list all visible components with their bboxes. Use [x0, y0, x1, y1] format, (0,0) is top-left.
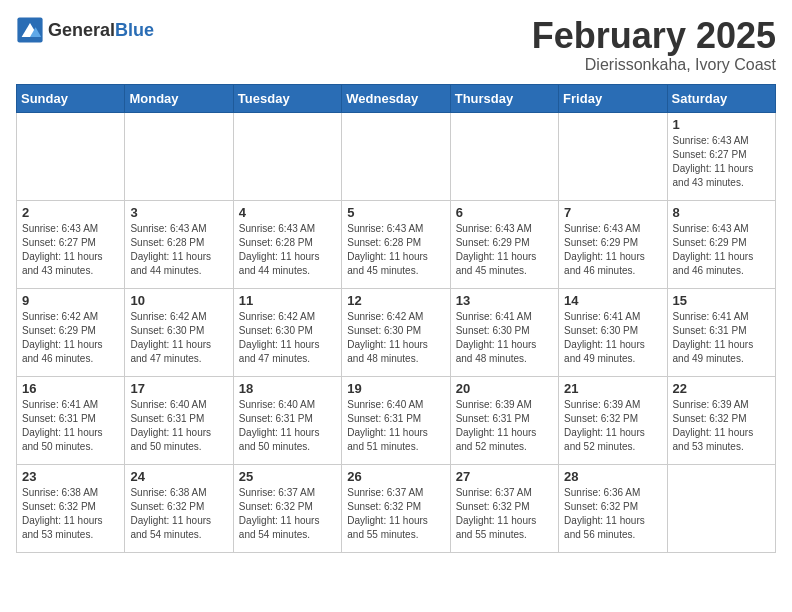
day-info: Sunrise: 6:41 AM Sunset: 6:31 PM Dayligh…	[22, 398, 119, 454]
day-number: 27	[456, 469, 553, 484]
day-info: Sunrise: 6:43 AM Sunset: 6:28 PM Dayligh…	[347, 222, 444, 278]
title-area: February 2025 Dierissonkaha, Ivory Coast	[532, 16, 776, 74]
day-info: Sunrise: 6:42 AM Sunset: 6:30 PM Dayligh…	[130, 310, 227, 366]
day-number: 22	[673, 381, 770, 396]
calendar-cell	[233, 112, 341, 200]
logo: General Blue	[16, 16, 154, 44]
day-info: Sunrise: 6:41 AM Sunset: 6:30 PM Dayligh…	[456, 310, 553, 366]
calendar-cell: 27Sunrise: 6:37 AM Sunset: 6:32 PM Dayli…	[450, 464, 558, 552]
day-info: Sunrise: 6:39 AM Sunset: 6:31 PM Dayligh…	[456, 398, 553, 454]
calendar-cell	[450, 112, 558, 200]
weekday-header-sunday: Sunday	[17, 84, 125, 112]
calendar-cell: 28Sunrise: 6:36 AM Sunset: 6:32 PM Dayli…	[559, 464, 667, 552]
calendar-cell: 14Sunrise: 6:41 AM Sunset: 6:30 PM Dayli…	[559, 288, 667, 376]
calendar-cell: 13Sunrise: 6:41 AM Sunset: 6:30 PM Dayli…	[450, 288, 558, 376]
day-number: 2	[22, 205, 119, 220]
weekday-header-saturday: Saturday	[667, 84, 775, 112]
calendar-cell: 11Sunrise: 6:42 AM Sunset: 6:30 PM Dayli…	[233, 288, 341, 376]
day-number: 20	[456, 381, 553, 396]
calendar-cell: 23Sunrise: 6:38 AM Sunset: 6:32 PM Dayli…	[17, 464, 125, 552]
day-info: Sunrise: 6:41 AM Sunset: 6:31 PM Dayligh…	[673, 310, 770, 366]
week-row-2: 9Sunrise: 6:42 AM Sunset: 6:29 PM Daylig…	[17, 288, 776, 376]
day-number: 1	[673, 117, 770, 132]
day-info: Sunrise: 6:38 AM Sunset: 6:32 PM Dayligh…	[22, 486, 119, 542]
calendar-cell: 4Sunrise: 6:43 AM Sunset: 6:28 PM Daylig…	[233, 200, 341, 288]
day-number: 6	[456, 205, 553, 220]
day-number: 21	[564, 381, 661, 396]
page-header: General Blue February 2025 Dierissonkaha…	[16, 16, 776, 74]
weekday-header-tuesday: Tuesday	[233, 84, 341, 112]
day-number: 8	[673, 205, 770, 220]
calendar-cell: 2Sunrise: 6:43 AM Sunset: 6:27 PM Daylig…	[17, 200, 125, 288]
calendar-cell: 12Sunrise: 6:42 AM Sunset: 6:30 PM Dayli…	[342, 288, 450, 376]
calendar-cell: 22Sunrise: 6:39 AM Sunset: 6:32 PM Dayli…	[667, 376, 775, 464]
calendar-table: SundayMondayTuesdayWednesdayThursdayFrid…	[16, 84, 776, 553]
week-row-0: 1Sunrise: 6:43 AM Sunset: 6:27 PM Daylig…	[17, 112, 776, 200]
calendar-cell: 26Sunrise: 6:37 AM Sunset: 6:32 PM Dayli…	[342, 464, 450, 552]
day-info: Sunrise: 6:38 AM Sunset: 6:32 PM Dayligh…	[130, 486, 227, 542]
calendar-cell: 10Sunrise: 6:42 AM Sunset: 6:30 PM Dayli…	[125, 288, 233, 376]
calendar-cell: 17Sunrise: 6:40 AM Sunset: 6:31 PM Dayli…	[125, 376, 233, 464]
calendar-cell: 25Sunrise: 6:37 AM Sunset: 6:32 PM Dayli…	[233, 464, 341, 552]
calendar-cell: 16Sunrise: 6:41 AM Sunset: 6:31 PM Dayli…	[17, 376, 125, 464]
day-info: Sunrise: 6:39 AM Sunset: 6:32 PM Dayligh…	[673, 398, 770, 454]
day-info: Sunrise: 6:37 AM Sunset: 6:32 PM Dayligh…	[239, 486, 336, 542]
day-info: Sunrise: 6:43 AM Sunset: 6:29 PM Dayligh…	[564, 222, 661, 278]
day-info: Sunrise: 6:40 AM Sunset: 6:31 PM Dayligh…	[130, 398, 227, 454]
weekday-header-wednesday: Wednesday	[342, 84, 450, 112]
calendar-cell	[667, 464, 775, 552]
day-info: Sunrise: 6:40 AM Sunset: 6:31 PM Dayligh…	[347, 398, 444, 454]
week-row-3: 16Sunrise: 6:41 AM Sunset: 6:31 PM Dayli…	[17, 376, 776, 464]
calendar-cell: 24Sunrise: 6:38 AM Sunset: 6:32 PM Dayli…	[125, 464, 233, 552]
day-info: Sunrise: 6:40 AM Sunset: 6:31 PM Dayligh…	[239, 398, 336, 454]
calendar-cell	[342, 112, 450, 200]
day-number: 17	[130, 381, 227, 396]
day-info: Sunrise: 6:42 AM Sunset: 6:30 PM Dayligh…	[239, 310, 336, 366]
calendar-cell: 3Sunrise: 6:43 AM Sunset: 6:28 PM Daylig…	[125, 200, 233, 288]
day-number: 5	[347, 205, 444, 220]
day-info: Sunrise: 6:37 AM Sunset: 6:32 PM Dayligh…	[456, 486, 553, 542]
calendar-cell: 15Sunrise: 6:41 AM Sunset: 6:31 PM Dayli…	[667, 288, 775, 376]
logo-text-blue: Blue	[115, 20, 154, 41]
day-number: 24	[130, 469, 227, 484]
day-info: Sunrise: 6:37 AM Sunset: 6:32 PM Dayligh…	[347, 486, 444, 542]
day-number: 10	[130, 293, 227, 308]
day-number: 28	[564, 469, 661, 484]
day-info: Sunrise: 6:43 AM Sunset: 6:29 PM Dayligh…	[673, 222, 770, 278]
weekday-header-monday: Monday	[125, 84, 233, 112]
day-number: 14	[564, 293, 661, 308]
day-number: 12	[347, 293, 444, 308]
day-info: Sunrise: 6:43 AM Sunset: 6:27 PM Dayligh…	[22, 222, 119, 278]
calendar-cell: 21Sunrise: 6:39 AM Sunset: 6:32 PM Dayli…	[559, 376, 667, 464]
day-number: 4	[239, 205, 336, 220]
week-row-1: 2Sunrise: 6:43 AM Sunset: 6:27 PM Daylig…	[17, 200, 776, 288]
calendar-cell	[17, 112, 125, 200]
day-number: 16	[22, 381, 119, 396]
day-info: Sunrise: 6:43 AM Sunset: 6:29 PM Dayligh…	[456, 222, 553, 278]
day-info: Sunrise: 6:43 AM Sunset: 6:27 PM Dayligh…	[673, 134, 770, 190]
calendar-cell: 8Sunrise: 6:43 AM Sunset: 6:29 PM Daylig…	[667, 200, 775, 288]
day-info: Sunrise: 6:41 AM Sunset: 6:30 PM Dayligh…	[564, 310, 661, 366]
day-number: 3	[130, 205, 227, 220]
day-number: 25	[239, 469, 336, 484]
calendar-cell	[125, 112, 233, 200]
month-title: February 2025	[532, 16, 776, 56]
day-info: Sunrise: 6:39 AM Sunset: 6:32 PM Dayligh…	[564, 398, 661, 454]
day-info: Sunrise: 6:42 AM Sunset: 6:29 PM Dayligh…	[22, 310, 119, 366]
calendar-cell	[559, 112, 667, 200]
day-number: 13	[456, 293, 553, 308]
day-info: Sunrise: 6:43 AM Sunset: 6:28 PM Dayligh…	[130, 222, 227, 278]
weekday-header-friday: Friday	[559, 84, 667, 112]
calendar-cell: 1Sunrise: 6:43 AM Sunset: 6:27 PM Daylig…	[667, 112, 775, 200]
weekday-header-thursday: Thursday	[450, 84, 558, 112]
calendar-cell: 20Sunrise: 6:39 AM Sunset: 6:31 PM Dayli…	[450, 376, 558, 464]
calendar-cell: 7Sunrise: 6:43 AM Sunset: 6:29 PM Daylig…	[559, 200, 667, 288]
calendar-cell: 5Sunrise: 6:43 AM Sunset: 6:28 PM Daylig…	[342, 200, 450, 288]
day-number: 18	[239, 381, 336, 396]
calendar-cell: 9Sunrise: 6:42 AM Sunset: 6:29 PM Daylig…	[17, 288, 125, 376]
calendar-cell: 19Sunrise: 6:40 AM Sunset: 6:31 PM Dayli…	[342, 376, 450, 464]
day-number: 26	[347, 469, 444, 484]
day-info: Sunrise: 6:42 AM Sunset: 6:30 PM Dayligh…	[347, 310, 444, 366]
calendar-cell: 18Sunrise: 6:40 AM Sunset: 6:31 PM Dayli…	[233, 376, 341, 464]
day-info: Sunrise: 6:36 AM Sunset: 6:32 PM Dayligh…	[564, 486, 661, 542]
